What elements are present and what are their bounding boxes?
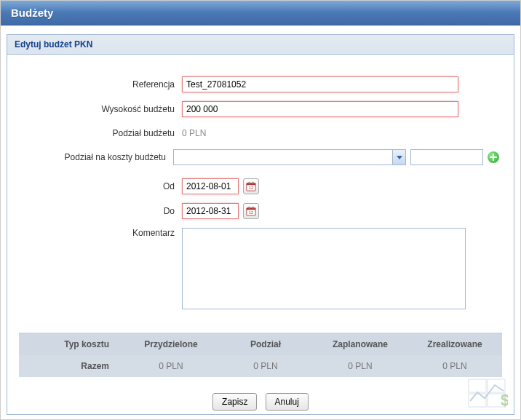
svg-rect-6 [247,208,255,210]
svg-text:12: 12 [249,210,253,215]
date-to-input[interactable] [182,203,239,219]
button-row: Zapisz Anuluj [7,377,514,418]
budget-division-label: Podział budżetu [22,128,182,138]
cost-split-value-input[interactable] [410,149,483,165]
svg-rect-2 [249,182,250,184]
date-to-calendar-button[interactable]: 12 [243,203,259,219]
date-from-label: Od [22,181,182,191]
row-label-total: Razem [19,355,124,377]
calendar-icon: 12 [246,206,256,216]
reference-input[interactable] [182,76,458,92]
budget-amount-input[interactable] [182,101,458,117]
summary-table: Typ kosztu Przydzielone Podział Zaplanow… [19,333,502,377]
page-title: Budżety [11,7,53,19]
add-icon[interactable] [488,151,499,163]
table-row: Razem 0 PLN 0 PLN 0 PLN 0 PLN [19,355,502,377]
date-from-input[interactable] [182,178,239,194]
svg-text:12: 12 [249,186,253,190]
col-header-type: Typ kosztu [19,333,124,355]
col-header-assigned: Przydzielone [124,333,218,355]
comment-label: Komentarz [22,228,182,238]
chevron-down-icon[interactable] [392,150,405,165]
svg-rect-1 [247,183,255,186]
cost-split-select[interactable] [173,149,406,165]
col-header-planned: Zaplanowane [313,333,407,355]
edit-budget-panel: Edytuj budżet PKN Referencja Wysokość bu… [7,34,514,415]
app-root: Budżety Edytuj budżet PKN Referencja Wys… [0,0,521,420]
date-from-calendar-button[interactable]: 12 [243,178,259,194]
form-body: Referencja Wysokość budżetu Podział budż… [7,55,514,327]
budget-amount-label: Wysokość budżetu [22,104,182,114]
content-area: Edytuj budżet PKN Referencja Wysokość bu… [1,25,520,419]
cell-division: 0 PLN [218,355,313,377]
cost-split-label: Podział na koszty budżetu [22,152,173,162]
cancel-button[interactable]: Anuluj [266,393,309,411]
svg-rect-3 [252,182,254,184]
save-button[interactable]: Zapisz [212,393,257,411]
comment-textarea[interactable] [182,228,466,309]
calendar-icon: 12 [246,181,256,191]
cell-assigned: 0 PLN [124,355,218,377]
budget-division-value: 0 PLN [182,126,206,140]
date-to-label: Do [22,206,182,216]
reference-label: Referencja [22,79,182,90]
cell-planned: 0 PLN [313,355,407,377]
page-title-bar: Budżety [1,1,520,25]
svg-rect-8 [252,207,254,209]
cell-realized: 0 PLN [407,355,502,377]
col-header-division: Podział [218,333,313,355]
svg-rect-7 [249,207,250,209]
col-header-realized: Zrealizowane [407,333,502,355]
panel-title: Edytuj budżet PKN [7,35,514,55]
table-header-row: Typ kosztu Przydzielone Podział Zaplanow… [19,333,502,355]
